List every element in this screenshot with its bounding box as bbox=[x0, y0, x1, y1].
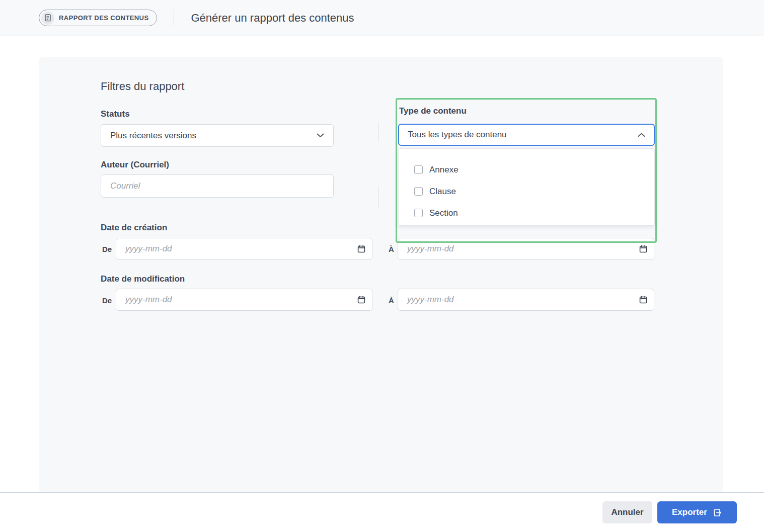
type-contenu-label: Type de contenu bbox=[399, 106, 467, 116]
topbar-divider bbox=[174, 10, 174, 26]
date-modification-to-label: À bbox=[389, 296, 394, 305]
auteur-courriel-input[interactable] bbox=[101, 174, 334, 198]
column-divider-top bbox=[378, 123, 378, 142]
page-title: Générer un rapport des contenus bbox=[191, 12, 354, 25]
report-document-icon bbox=[41, 12, 54, 25]
auteur-label: Auteur (Courriel) bbox=[101, 160, 169, 170]
report-filters-card: Filtres du rapport Statuts Plus récentes… bbox=[39, 57, 723, 492]
statuts-label: Statuts bbox=[101, 109, 130, 119]
type-contenu-highlight-box: Type de contenu Tous les types de conten… bbox=[396, 98, 657, 243]
rapport-des-contenus-badge[interactable]: RAPPORT DES CONTENUS bbox=[39, 10, 157, 26]
badge-label: RAPPORT DES CONTENUS bbox=[59, 14, 148, 22]
top-bar: RAPPORT DES CONTENUS Générer un rapport … bbox=[0, 0, 764, 36]
type-contenu-dropdown: Annexe Clause Section bbox=[398, 148, 655, 226]
calendar-icon[interactable] bbox=[639, 245, 647, 253]
cancel-button-label: Annuler bbox=[611, 507, 643, 517]
export-icon bbox=[713, 508, 722, 517]
calendar-icon[interactable] bbox=[357, 296, 365, 304]
export-button[interactable]: Exporter bbox=[657, 501, 737, 523]
date-creation-label: Date de création bbox=[101, 223, 167, 233]
type-contenu-option-clause[interactable]: Clause bbox=[399, 181, 654, 202]
checkbox-icon[interactable] bbox=[414, 209, 423, 217]
type-contenu-selected-value: Tous les types de contenu bbox=[408, 130, 507, 140]
date-modification-from-label: De bbox=[102, 296, 112, 305]
export-button-label: Exporter bbox=[672, 507, 707, 517]
column-divider-middle bbox=[378, 187, 378, 209]
chevron-down-icon bbox=[317, 133, 324, 138]
cancel-button[interactable]: Annuler bbox=[602, 501, 652, 523]
footer-action-bar: Annuler Exporter bbox=[0, 492, 764, 532]
statuts-selected-value: Plus récentes versions bbox=[110, 131, 196, 141]
option-label: Annexe bbox=[429, 165, 459, 175]
date-modification-label: Date de modification bbox=[101, 274, 185, 284]
checkbox-icon[interactable] bbox=[414, 187, 423, 196]
filters-heading: Filtres du rapport bbox=[101, 80, 184, 93]
date-creation-to-label: À bbox=[389, 245, 394, 253]
date-creation-from-label: De bbox=[102, 245, 112, 253]
calendar-icon[interactable] bbox=[357, 245, 365, 253]
date-modification-to-input[interactable] bbox=[398, 289, 654, 311]
type-contenu-select[interactable]: Tous les types de contenu bbox=[398, 124, 655, 146]
type-contenu-option-section[interactable]: Section bbox=[399, 202, 654, 224]
option-label: Clause bbox=[429, 187, 456, 197]
date-modification-from-input[interactable] bbox=[116, 289, 372, 311]
statuts-select[interactable]: Plus récentes versions bbox=[101, 124, 334, 147]
calendar-icon[interactable] bbox=[639, 296, 647, 304]
checkbox-icon[interactable] bbox=[414, 165, 423, 174]
type-contenu-option-annexe[interactable]: Annexe bbox=[399, 159, 654, 181]
chevron-up-icon bbox=[638, 133, 645, 137]
date-creation-from-input[interactable] bbox=[116, 238, 372, 260]
option-label: Section bbox=[429, 208, 458, 218]
